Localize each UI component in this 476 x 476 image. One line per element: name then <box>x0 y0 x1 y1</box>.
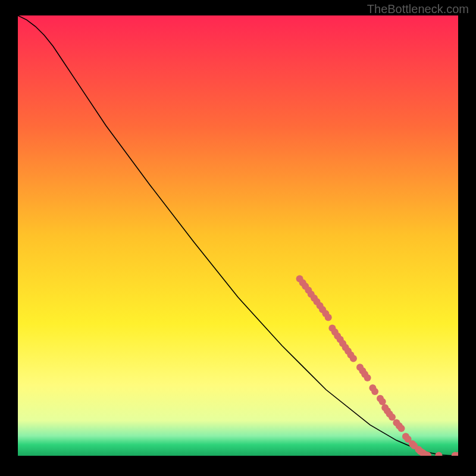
data-point <box>398 425 405 432</box>
data-point <box>389 414 396 421</box>
bottleneck-curve <box>18 15 458 456</box>
watermark-text: TheBottleneck.com <box>367 2 469 16</box>
chart-plot-area <box>18 15 458 456</box>
data-point <box>371 388 378 395</box>
data-point <box>435 452 442 456</box>
data-point <box>379 398 386 405</box>
data-point <box>325 314 332 321</box>
curve-layer <box>18 15 458 456</box>
data-point <box>350 355 357 362</box>
data-point <box>364 374 371 381</box>
